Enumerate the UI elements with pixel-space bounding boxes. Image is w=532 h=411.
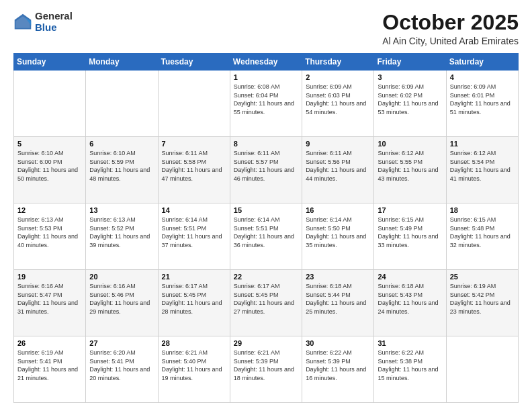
calendar-cell: 4Sunrise: 6:09 AMSunset: 6:01 PMDaylight… <box>446 71 518 137</box>
day-number: 2 <box>306 73 370 81</box>
day-number: 30 <box>306 339 370 347</box>
col-thursday: Thursday <box>302 54 374 71</box>
calendar-cell: 21Sunrise: 6:17 AMSunset: 5:45 PMDayligh… <box>158 270 230 336</box>
calendar-cell: 24Sunrise: 6:18 AMSunset: 5:43 PMDayligh… <box>374 270 446 336</box>
calendar-cell: 31Sunrise: 6:22 AMSunset: 5:38 PMDayligh… <box>374 336 446 403</box>
day-info: Sunrise: 6:19 AMSunset: 5:41 PMDaylight:… <box>17 349 82 382</box>
col-saturday: Saturday <box>446 54 518 71</box>
day-number: 6 <box>89 140 154 148</box>
calendar-cell: 15Sunrise: 6:14 AMSunset: 5:51 PMDayligh… <box>230 203 302 270</box>
day-info: Sunrise: 6:11 AMSunset: 5:56 PMDaylight:… <box>306 149 370 183</box>
calendar-cell <box>446 336 518 403</box>
calendar-cell: 3Sunrise: 6:09 AMSunset: 6:02 PMDaylight… <box>374 71 446 137</box>
day-info: Sunrise: 6:22 AMSunset: 5:38 PMDaylight:… <box>378 349 442 382</box>
day-info: Sunrise: 6:10 AMSunset: 6:00 PMDaylight:… <box>17 149 82 183</box>
day-number: 16 <box>306 206 370 214</box>
day-number: 7 <box>162 140 226 148</box>
day-info: Sunrise: 6:10 AMSunset: 5:59 PMDaylight:… <box>89 149 154 183</box>
calendar-header-row: Sunday Monday Tuesday Wednesday Thursday… <box>14 54 519 71</box>
title-location: Al Ain City, United Arab Emirates <box>382 36 519 46</box>
calendar-cell: 17Sunrise: 6:15 AMSunset: 5:49 PMDayligh… <box>374 203 446 270</box>
day-number: 24 <box>378 273 442 281</box>
calendar-cell <box>14 71 86 137</box>
day-info: Sunrise: 6:16 AMSunset: 5:46 PMDaylight:… <box>89 282 154 316</box>
calendar-cell: 7Sunrise: 6:11 AMSunset: 5:58 PMDaylight… <box>158 137 230 203</box>
day-info: Sunrise: 6:12 AMSunset: 5:55 PMDaylight:… <box>378 149 442 183</box>
day-number: 13 <box>89 206 154 214</box>
day-info: Sunrise: 6:11 AMSunset: 5:57 PMDaylight:… <box>234 149 298 183</box>
header: General Blue October 2025 Al Ain City, U… <box>13 11 519 46</box>
col-wednesday: Wednesday <box>230 54 302 71</box>
calendar-cell: 19Sunrise: 6:16 AMSunset: 5:47 PMDayligh… <box>14 270 86 336</box>
day-number: 1 <box>234 73 298 81</box>
logo-text: General Blue <box>35 11 73 33</box>
calendar-cell: 18Sunrise: 6:15 AMSunset: 5:48 PMDayligh… <box>446 203 518 270</box>
day-info: Sunrise: 6:12 AMSunset: 5:54 PMDaylight:… <box>450 149 515 183</box>
page: General Blue October 2025 Al Ain City, U… <box>0 0 532 411</box>
calendar-week-2: 5Sunrise: 6:10 AMSunset: 6:00 PMDaylight… <box>14 137 519 203</box>
day-info: Sunrise: 6:14 AMSunset: 5:51 PMDaylight:… <box>234 216 298 249</box>
calendar-cell <box>86 71 158 137</box>
calendar-cell: 20Sunrise: 6:16 AMSunset: 5:46 PMDayligh… <box>86 270 158 336</box>
calendar-week-1: 1Sunrise: 6:08 AMSunset: 6:04 PMDaylight… <box>14 71 519 137</box>
day-number: 20 <box>89 273 154 281</box>
day-number: 5 <box>17 140 82 148</box>
day-number: 8 <box>234 140 298 148</box>
day-number: 14 <box>162 206 226 214</box>
day-number: 19 <box>17 273 82 281</box>
day-number: 9 <box>306 140 370 148</box>
calendar-cell: 1Sunrise: 6:08 AMSunset: 6:04 PMDaylight… <box>230 71 302 137</box>
day-info: Sunrise: 6:13 AMSunset: 5:53 PMDaylight:… <box>17 216 82 249</box>
day-info: Sunrise: 6:18 AMSunset: 5:43 PMDaylight:… <box>378 282 442 316</box>
calendar-cell: 22Sunrise: 6:17 AMSunset: 5:45 PMDayligh… <box>230 270 302 336</box>
calendar-cell: 23Sunrise: 6:18 AMSunset: 5:44 PMDayligh… <box>302 270 374 336</box>
calendar-week-5: 26Sunrise: 6:19 AMSunset: 5:41 PMDayligh… <box>14 336 519 403</box>
day-number: 28 <box>162 339 226 347</box>
calendar-cell: 26Sunrise: 6:19 AMSunset: 5:41 PMDayligh… <box>14 336 86 403</box>
calendar-cell: 14Sunrise: 6:14 AMSunset: 5:51 PMDayligh… <box>158 203 230 270</box>
day-number: 18 <box>450 206 515 214</box>
day-info: Sunrise: 6:18 AMSunset: 5:44 PMDaylight:… <box>306 282 370 316</box>
day-number: 15 <box>234 206 298 214</box>
title-block: October 2025 Al Ain City, United Arab Em… <box>382 11 519 46</box>
calendar-cell: 8Sunrise: 6:11 AMSunset: 5:57 PMDaylight… <box>230 137 302 203</box>
col-friday: Friday <box>374 54 446 71</box>
day-info: Sunrise: 6:19 AMSunset: 5:42 PMDaylight:… <box>450 282 515 316</box>
day-number: 31 <box>378 339 442 347</box>
day-number: 26 <box>17 339 82 347</box>
day-info: Sunrise: 6:20 AMSunset: 5:41 PMDaylight:… <box>89 349 154 382</box>
calendar-cell: 30Sunrise: 6:22 AMSunset: 5:39 PMDayligh… <box>302 336 374 403</box>
day-info: Sunrise: 6:08 AMSunset: 6:04 PMDaylight:… <box>234 83 298 116</box>
col-monday: Monday <box>86 54 158 71</box>
calendar-cell: 6Sunrise: 6:10 AMSunset: 5:59 PMDaylight… <box>86 137 158 203</box>
logo-general: General <box>35 11 73 22</box>
day-info: Sunrise: 6:09 AMSunset: 6:02 PMDaylight:… <box>378 83 442 116</box>
day-info: Sunrise: 6:22 AMSunset: 5:39 PMDaylight:… <box>306 349 370 382</box>
day-info: Sunrise: 6:17 AMSunset: 5:45 PMDaylight:… <box>162 282 226 316</box>
day-number: 17 <box>378 206 442 214</box>
calendar-cell: 9Sunrise: 6:11 AMSunset: 5:56 PMDaylight… <box>302 137 374 203</box>
calendar-cell: 13Sunrise: 6:13 AMSunset: 5:52 PMDayligh… <box>86 203 158 270</box>
calendar-cell: 29Sunrise: 6:21 AMSunset: 5:39 PMDayligh… <box>230 336 302 403</box>
calendar-cell <box>158 71 230 137</box>
col-tuesday: Tuesday <box>158 54 230 71</box>
calendar-cell: 10Sunrise: 6:12 AMSunset: 5:55 PMDayligh… <box>374 137 446 203</box>
day-number: 3 <box>378 73 442 81</box>
day-number: 10 <box>378 140 442 148</box>
day-info: Sunrise: 6:15 AMSunset: 5:49 PMDaylight:… <box>378 216 442 249</box>
day-number: 11 <box>450 140 515 148</box>
day-number: 4 <box>450 73 515 81</box>
day-info: Sunrise: 6:13 AMSunset: 5:52 PMDaylight:… <box>89 216 154 249</box>
title-month: October 2025 <box>382 11 519 34</box>
day-info: Sunrise: 6:15 AMSunset: 5:48 PMDaylight:… <box>450 216 515 249</box>
calendar-cell: 2Sunrise: 6:09 AMSunset: 6:03 PMDaylight… <box>302 71 374 137</box>
day-info: Sunrise: 6:16 AMSunset: 5:47 PMDaylight:… <box>17 282 82 316</box>
day-info: Sunrise: 6:09 AMSunset: 6:03 PMDaylight:… <box>306 83 370 116</box>
calendar-cell: 5Sunrise: 6:10 AMSunset: 6:00 PMDaylight… <box>14 137 86 203</box>
calendar-week-4: 19Sunrise: 6:16 AMSunset: 5:47 PMDayligh… <box>14 270 519 336</box>
calendar-week-3: 12Sunrise: 6:13 AMSunset: 5:53 PMDayligh… <box>14 203 519 270</box>
logo-blue: Blue <box>35 22 73 34</box>
day-number: 29 <box>234 339 298 347</box>
day-number: 27 <box>89 339 154 347</box>
day-info: Sunrise: 6:21 AMSunset: 5:40 PMDaylight:… <box>162 349 226 382</box>
